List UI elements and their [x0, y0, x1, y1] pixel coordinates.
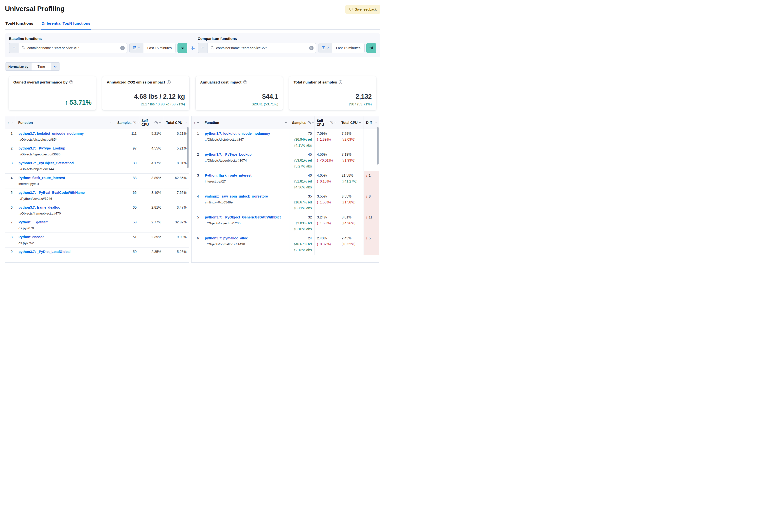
samples-cell: 70 ↑36.94% rel ↑4.15% abs — [290, 129, 314, 150]
help-icon[interactable]: ? — [167, 80, 170, 84]
baseline-filter-button[interactable] — [9, 43, 19, 53]
function-link[interactable]: Python: encode — [18, 235, 112, 239]
chevron-down-icon[interactable] — [51, 63, 60, 70]
table-row: 5 python3.7: _PyEval_EvalCodeWithName ..… — [5, 188, 189, 203]
card-value: 4.68 lbs / 2.12 kg — [107, 93, 185, 100]
function-source: ../Objects/object.c#1144 — [18, 167, 112, 171]
function-link[interactable]: python3.7: _PyDict_LoadGlobal — [18, 250, 112, 254]
function-cell: python3.7: lookdict_unicode_nodummy ../O… — [202, 129, 290, 150]
help-icon[interactable]: ? — [339, 80, 342, 84]
self-cpu-cell: 2.77% — [139, 218, 164, 233]
function-link[interactable]: python3.7: _PyEval_EvalCodeWithName — [18, 191, 112, 195]
comparison-filter-button[interactable] — [198, 43, 207, 53]
rank-cell: 3 — [5, 159, 16, 173]
baseline-apply-button[interactable] — [177, 43, 187, 53]
diff-cell: ↓1 — [364, 171, 379, 192]
function-link[interactable]: Python: __getitem__ — [18, 220, 112, 224]
baseline-functions-table: ↑ Function Samples? Self CPU? Total CPU … — [5, 116, 189, 263]
function-link[interactable]: python3.7: _PyType_Lookup — [18, 146, 112, 150]
search-icon — [21, 46, 25, 50]
total-cpu-cell: 32.97% — [164, 218, 189, 233]
diff-column-header[interactable]: Diff — [364, 116, 379, 129]
rank-cell: 2 — [191, 150, 202, 171]
table-row: 5 python3.7: _PyObject_GenericGetAttrWit… — [191, 213, 379, 234]
calendar-icon — [322, 46, 325, 50]
table-row: 1 python3.7: lookdict_unicode_nodummy ..… — [191, 129, 379, 150]
rank-sort-header[interactable]: ↑ — [191, 116, 202, 129]
help-icon[interactable]: ? — [243, 80, 247, 84]
chevron-down-icon — [10, 121, 13, 124]
table-row: 6 python3.7: frame_dealloc ../Objects/fr… — [5, 203, 189, 218]
baseline-clear-icon[interactable] — [120, 46, 125, 50]
card-total-samples: Total number of samples ? 2,132 ↑987 (53… — [289, 76, 376, 110]
total-cpu-cell: 5.25% — [164, 248, 189, 262]
comparison-search-input[interactable] — [216, 46, 307, 50]
rank-cell: 3 — [191, 171, 202, 192]
swap-queries-icon[interactable] — [190, 45, 195, 51]
comparison-apply-button[interactable] — [366, 43, 376, 53]
rank-sort-header[interactable]: ↑ — [5, 116, 16, 129]
chevron-down-icon — [374, 121, 377, 124]
rank-cell: 9 — [5, 248, 16, 262]
total-cpu-cell: 3.55% (↓1.58%) — [339, 192, 364, 213]
diff-value: 8 — [369, 194, 371, 198]
page-header: Universal Profiling Give feedback — [5, 0, 380, 14]
function-link[interactable]: python3.7: _PyObject_GenericGetAttrWithD… — [205, 215, 287, 219]
total-cpu-column-header[interactable]: Total CPU — [339, 116, 364, 129]
comparison-clear-icon[interactable] — [309, 46, 313, 50]
function-link[interactable]: python3.7: lookdict_unicode_nodummy — [18, 132, 112, 135]
sort-up-icon: ↑ — [7, 121, 9, 125]
function-cell: python3.7: lookdict_unicode_nodummy ../O… — [16, 129, 115, 144]
samples-absolute-change: ↑4.15% abs — [292, 143, 312, 147]
give-feedback-button[interactable]: Give feedback — [345, 5, 380, 14]
self-cpu-change: (↓1.58%) — [317, 200, 336, 204]
samples-value: 45 — [292, 152, 312, 156]
rank-cell: 4 — [5, 174, 16, 188]
comparison-calendar-button[interactable] — [318, 43, 332, 53]
card-change: ↑$20.41 (53.71%) — [200, 102, 278, 106]
function-column-header[interactable]: Function — [16, 116, 115, 129]
function-link[interactable]: python3.7: pymalloc_alloc — [205, 236, 287, 240]
function-cell: python3.7: pymalloc_alloc ../Objects/obm… — [202, 234, 290, 255]
function-column-header[interactable]: Function — [202, 116, 290, 129]
function-link[interactable]: Python: flask_route_interest — [18, 176, 112, 180]
diff-value: 1 — [369, 173, 371, 177]
function-link[interactable]: python3.7: _PyType_Lookup — [205, 152, 287, 156]
self-cpu-value: 4.56% — [317, 152, 336, 156]
function-link[interactable]: python3.7: lookdict_unicode_nodummy — [205, 132, 287, 135]
comparison-table-scrollbar[interactable] — [377, 127, 378, 165]
tab-topn-functions[interactable]: TopN functions — [5, 20, 34, 30]
self-cpu-cell: 2.39% — [139, 233, 164, 247]
samples-column-header[interactable]: Samples? — [115, 116, 139, 129]
help-icon[interactable]: ? — [69, 80, 73, 84]
baseline-calendar-button[interactable] — [130, 43, 143, 53]
table-row: 3 python3.7: _PyObject_GetMethod ../Obje… — [5, 159, 189, 174]
samples-cell: 111 — [115, 129, 139, 144]
normalize-by-select[interactable]: Time — [32, 63, 51, 70]
chevron-down-icon — [359, 121, 361, 124]
table-row: 2 python3.7: _PyType_Lookup ../Objects/t… — [5, 144, 189, 159]
samples-relative-change: ↑16.67% rel — [292, 200, 312, 204]
function-link[interactable]: vmlinux: _raw_spin_unlock_irqrestore — [205, 194, 287, 198]
self-cpu-column-header[interactable]: Self CPU? — [139, 116, 164, 129]
comparison-time-range[interactable]: Last 15 minutes — [332, 43, 364, 53]
samples-column-header[interactable]: Samples? — [290, 116, 314, 129]
comparison-table-header: ↑ Function Samples? Self CPU? Total CPU … — [191, 116, 379, 129]
baseline-table-scrollbar[interactable] — [187, 127, 188, 168]
baseline-time-range[interactable]: Last 15 minutes — [143, 43, 175, 53]
function-link[interactable]: python3.7: frame_dealloc — [18, 205, 112, 209]
filter-icon — [12, 46, 16, 50]
diff-cell: ↓5 — [364, 234, 379, 255]
self-cpu-change: (↓1.89%) — [317, 137, 336, 141]
function-source: interest.py#27 — [205, 180, 287, 183]
function-cell: Python: flask_route_interest interest.py… — [16, 174, 115, 188]
baseline-search-input[interactable] — [27, 46, 118, 50]
function-link[interactable]: python3.7: _PyObject_GetMethod — [18, 161, 112, 165]
total-cpu-change: (↓4.26%) — [341, 221, 361, 225]
function-cell: Python: __getitem__ os.py#679 — [16, 218, 115, 233]
self-cpu-column-header[interactable]: Self CPU? — [314, 116, 339, 129]
help-icon: ? — [330, 121, 333, 124]
total-cpu-column-header[interactable]: Total CPU — [164, 116, 189, 129]
function-link[interactable]: Python: flask_route_interest — [205, 173, 287, 177]
tab-differential-topn-functions[interactable]: Differential TopN functions — [41, 20, 91, 30]
